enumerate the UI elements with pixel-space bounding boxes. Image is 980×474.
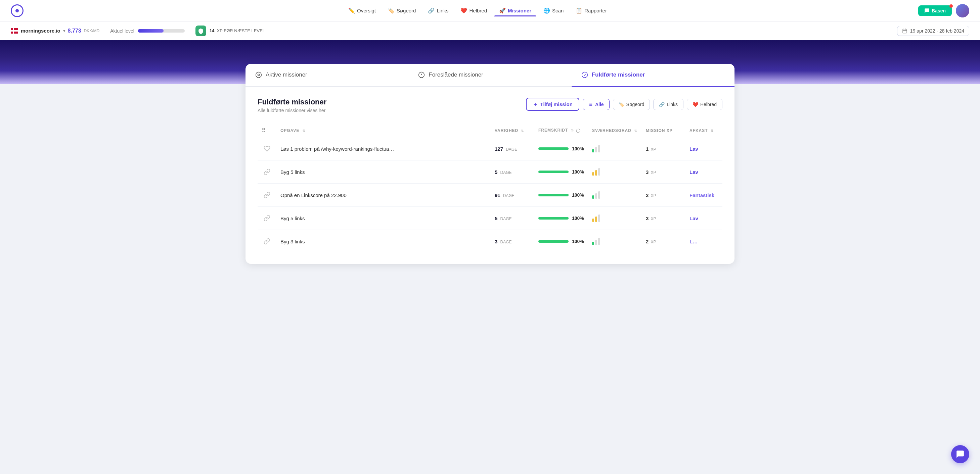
col-header-fremskridt[interactable]: FREMSKRIDT ⇅ (535, 124, 588, 137)
progress-pct: 100% (572, 169, 584, 174)
task-type-icon (262, 143, 272, 154)
table-row[interactable]: Løs 1 problem på /why-keyword-rankings-f… (258, 137, 722, 160)
progress-pct: 100% (572, 216, 584, 221)
top-navigation: ✏️ Oversigt 🏷️ Søgeord 🔗 Links ❤️ Helbre… (0, 0, 980, 22)
row-icon-cell (258, 230, 277, 253)
diff-bar-1 (592, 219, 594, 222)
duration-value: 5 (495, 169, 497, 175)
row-afkast-cell: L… (686, 230, 722, 253)
add-mission-button[interactable]: Tilføj mission (526, 98, 579, 111)
diff-bar-3 (598, 238, 600, 245)
table-row[interactable]: Opnå en Linkscore på 22.900 91 DAGE 100%… (258, 184, 722, 207)
filter-helbred-button[interactable]: ❤️ Helbred (687, 99, 722, 110)
nav-label-links: Links (437, 8, 449, 13)
nav-item-missioner[interactable]: 🚀 Missioner (494, 5, 536, 16)
table-row[interactable]: Byg 5 links 5 DAGE 100% 3 XP Lav (258, 160, 722, 184)
col-header-opgave[interactable]: OPGAVE ⇅ (277, 124, 491, 137)
check-circle-icon (581, 71, 589, 79)
nav-wrap-scan: 🌐 Scan (539, 5, 568, 16)
progress-fill (538, 240, 569, 243)
duration-unit: DAGE (500, 240, 512, 244)
col-header-svaerhedsgrad[interactable]: SVÆRHEDSGRAD ⇅ (588, 124, 642, 137)
filter-soegeord-button[interactable]: 🏷️ Søgeord (613, 99, 650, 110)
user-avatar[interactable] (956, 4, 969, 17)
shield-icon (198, 28, 204, 34)
sort-afkast-icon: ⇅ (711, 129, 714, 133)
row-duration-cell: 5 DAGE (491, 207, 535, 230)
missions-card: Aktive missioner Foreslåede missioner Fu… (245, 64, 735, 264)
tab-fuldforte[interactable]: Fuldførte missioner (572, 64, 735, 87)
col-header-mission-xp: MISSION XP (642, 124, 686, 137)
diff-bar-1 (592, 242, 594, 245)
all-icon (589, 102, 593, 107)
dkk-value: 8.773 (68, 28, 81, 34)
svg-rect-3 (903, 29, 907, 33)
afkast-value: L… (689, 239, 698, 244)
table-head: ⠿ OPGAVE ⇅ VARIGHED ⇅ FREMSKRIDT ⇅ (258, 124, 722, 137)
oversigt-icon: ✏️ (348, 7, 355, 14)
nav-label-rapporter: Rapporter (584, 8, 607, 13)
basen-button[interactable]: Basen (918, 5, 952, 16)
nav-wrap-links: 🔗 Links (423, 5, 453, 16)
row-task-cell: Opnå en Linkscore på 22.900 (277, 184, 491, 207)
progress-fill (538, 217, 569, 220)
nav-item-helbred[interactable]: ❤️ Helbred (456, 5, 492, 16)
row-difficulty-cell (588, 184, 642, 207)
nav-item-links[interactable]: 🔗 Links (423, 5, 453, 16)
table-row[interactable]: Byg 3 links 3 DAGE 100% 2 XP L… (258, 230, 722, 253)
task-name: Løs 1 problem på /why-keyword-rankings-f… (280, 146, 394, 152)
nav-item-scan[interactable]: 🌐 Scan (539, 5, 568, 16)
duration-value: 3 (495, 239, 497, 244)
nav-item-rapporter[interactable]: 📋 Rapporter (571, 5, 612, 16)
progress-pct: 100% (572, 146, 584, 151)
logo[interactable] (11, 4, 24, 17)
table-title: Fuldførte missioner Alle fuldførte missi… (258, 98, 326, 113)
date-range-picker[interactable]: 19 apr 2022 - 28 feb 2024 (897, 26, 969, 36)
row-duration-cell: 91 DAGE (491, 184, 535, 207)
table-row[interactable]: Byg 5 links 5 DAGE 100% 3 XP Lav (258, 207, 722, 230)
tab-aktive[interactable]: Aktive missioner (245, 64, 408, 87)
date-range-text: 19 apr 2022 - 28 feb 2024 (910, 28, 964, 33)
col-header-icon: ⠿ (258, 124, 277, 137)
col-header-afkast[interactable]: AFKAST ⇅ (686, 124, 722, 137)
xp-value: 3 (646, 216, 649, 221)
row-task-cell: Byg 3 links (277, 230, 491, 253)
progress-fill (538, 171, 569, 173)
row-progress-cell: 100% (535, 137, 588, 160)
missioner-icon: 🚀 (499, 7, 506, 14)
filter-links-label: Links (667, 102, 678, 107)
links-icon: 🔗 (428, 7, 434, 14)
row-afkast-cell: Fantastisk (686, 184, 722, 207)
plus-icon (533, 102, 538, 107)
xp-text: 14 XP FØR NÆSTE LEVEL (210, 28, 265, 33)
filter-all-button[interactable]: Alle (583, 99, 609, 110)
col-header-varighed[interactable]: VARIGHED ⇅ (491, 124, 535, 137)
xp-unit: XP (651, 240, 656, 244)
duration-unit: DAGE (503, 193, 514, 198)
diff-bar-1 (592, 149, 594, 152)
helbred-filter-icon: ❤️ (692, 102, 698, 107)
progress-wrap: 100% (538, 192, 584, 198)
nav-item-oversigt[interactable]: ✏️ Oversigt (344, 5, 380, 16)
svg-point-7 (256, 72, 262, 78)
nav-wrap-helbred: ❤️ Helbred (456, 5, 492, 16)
sort-varighed-icon: ⇅ (521, 129, 524, 133)
difficulty-bars (592, 214, 638, 222)
tab-foreslaede[interactable]: Foreslåede missioner (408, 64, 571, 87)
difficulty-bars (592, 168, 638, 176)
progress-fill (538, 194, 569, 197)
filter-links-button[interactable]: 🔗 Links (653, 99, 683, 110)
site-dropdown-arrow[interactable]: ▾ (63, 29, 65, 33)
xp-next-label: XP FØR NÆSTE LEVEL (217, 28, 265, 33)
helbred-icon: ❤️ (460, 7, 467, 14)
nav-wrap-rapporter: 📋 Rapporter (571, 5, 612, 16)
xp-value: 1 (646, 146, 649, 152)
diff-bar-3 (598, 191, 600, 199)
progress-fill (538, 147, 569, 150)
xp-unit: XP (651, 193, 656, 198)
duration-unit: DAGE (500, 217, 512, 221)
row-task-cell: Byg 5 links (277, 207, 491, 230)
difficulty-bars (592, 145, 638, 152)
progress-wrap: 100% (538, 169, 584, 174)
nav-item-soegeord[interactable]: 🏷️ Søgeord (383, 5, 421, 16)
